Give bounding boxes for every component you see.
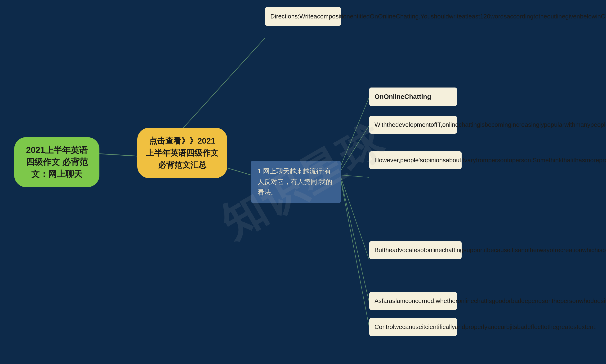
chinese-outline-node: 1.网上聊天越来越流行;有人反对它，有人赞同;我的看法。 [251,161,341,203]
directions-text: Directions:WriteacompositionentitledOnOn… [270,13,606,20]
svg-line-2 [227,168,251,175]
svg-line-8 [341,181,369,328]
svg-line-7 [341,180,369,303]
chinese-outline-text: 1.网上聊天越来越流行;有人反对它，有人赞同;我的看法。 [257,168,332,196]
subnode-2: WiththedevelopmentofIT,onlinechattingisb… [369,116,457,134]
subnode-1: OnOnlineChatting [369,88,457,106]
mindmap-container: 2021上半年英语四级作文 必背范文：网上聊天 点击查看》》2021上半年英语四… [0,0,606,364]
svg-line-3 [341,97,369,166]
subnode-2-text: WiththedevelopmentofIT,onlinechattingisb… [375,121,606,128]
svg-line-5 [341,175,369,177]
center-node[interactable]: 点击查看》》2021上半年英语四级作文必背范文汇总 [137,128,227,178]
root-node: 2021上半年英语四级作文 必背范文：网上聊天 [14,137,99,187]
subnode-6-text: Controlwecanuseitcientificallyandproperl… [375,323,597,330]
subnode-4-text: Buttheadvocatesofonlinechattingsupportit… [375,247,606,254]
svg-line-6 [341,177,369,260]
svg-line-0 [99,154,137,156]
root-label: 2021上半年英语四级作文 必背范文：网上聊天 [24,144,90,180]
subnode-4: Buttheadvocatesofonlinechattingsupportit… [369,241,462,259]
subnode-6: Controlwecanuseitcientificallyandproperl… [369,318,457,336]
svg-line-4 [341,125,369,170]
subnode-5-text: Asfaraslamconcerned,whetheronlinechattis… [375,297,606,304]
directions-node: Directions:WriteacompositionentitledOnOn… [265,7,341,26]
subnode-1-text: OnOnlineChatting [375,93,431,100]
subnode-5: Asfaraslamconcerned,whetheronlinechattis… [369,292,457,310]
subnode-3-text: However,people'sopinionsaboutitvaryfromp… [375,156,606,164]
center-label: 点击查看》》2021上半年英语四级作文必背范文汇总 [146,135,219,171]
subnode-3: However,people'sopinionsaboutitvaryfromp… [369,151,462,169]
svg-line-1 [182,38,265,129]
